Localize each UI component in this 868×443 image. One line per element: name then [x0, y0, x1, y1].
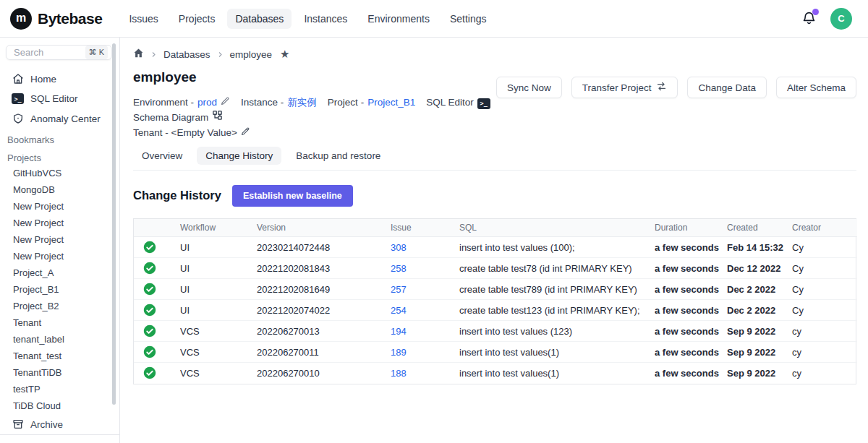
created-cell: Sep 9 2022 — [727, 321, 792, 342]
tab-bar: OverviewChange HistoryBackup and restore — [133, 147, 856, 171]
bytebase-logo[interactable]: m Bytebase — [10, 8, 102, 30]
schema-diagram-meta[interactable]: Schema Diagram — [133, 110, 223, 125]
project-item-tenant-label[interactable]: tenant_label — [0, 331, 119, 348]
instance-meta: Instance -新实例 — [241, 95, 317, 110]
tab-overview[interactable]: Overview — [133, 147, 191, 165]
tab-backup-and-restore[interactable]: Backup and restore — [287, 147, 389, 165]
schema-diagram-icon[interactable] — [212, 110, 223, 125]
schema-diagram-label: Schema Diagram — [133, 110, 208, 125]
table-header-row: WorkflowVersionIssueSQLDurationCreatedCr… — [134, 219, 857, 237]
sql-editor-meta[interactable]: SQL Editor>_ — [426, 95, 490, 110]
project-item-mongodb[interactable]: MongoDB — [0, 181, 119, 198]
status-cell — [134, 258, 180, 279]
instance-value[interactable]: 新实例 — [287, 95, 317, 110]
project-item-tenant[interactable]: Tenant — [0, 314, 119, 331]
project-item-project-b1[interactable]: Project_B1 — [0, 281, 119, 298]
issue-link[interactable]: 257 — [391, 284, 407, 295]
nav-item-projects[interactable]: Projects — [171, 9, 224, 29]
sql-cell: insert into test values (100); — [459, 237, 655, 258]
project-item-project-b2[interactable]: Project_B2 — [0, 298, 119, 314]
project-item-tenant-test[interactable]: Tenant_test — [0, 348, 119, 364]
change-history-table: WorkflowVersionIssueSQLDurationCreatedCr… — [133, 218, 856, 384]
projects-section-label: Projects — [0, 147, 119, 165]
sidebar-item-label: SQL Editor — [30, 93, 78, 104]
notification-dot — [812, 9, 819, 15]
issue-cell: 258 — [391, 258, 459, 279]
issue-link[interactable]: 308 — [391, 242, 407, 253]
project-label: Project - — [328, 95, 364, 110]
project-value[interactable]: Project_B1 — [367, 95, 415, 110]
project-item-project-a[interactable]: Project_A — [0, 264, 119, 281]
creator-cell: cy — [792, 363, 857, 384]
environment-label: Environment - — [133, 95, 194, 110]
project-item-tenanttidb[interactable]: TenantTiDB — [0, 364, 119, 381]
sidebar-item-home[interactable]: Home — [0, 69, 119, 89]
issue-link[interactable]: 188 — [391, 368, 407, 379]
pen-icon[interactable] — [221, 95, 230, 110]
nav-item-settings[interactable]: Settings — [442, 9, 495, 29]
transfer-project-button[interactable]: Transfer Project — [571, 77, 678, 98]
alter-schema-button[interactable]: Alter Schema — [776, 77, 856, 98]
success-status-icon — [143, 262, 176, 275]
bookmark-star-icon[interactable]: ★ — [280, 48, 289, 61]
sidebar-item-sql-editor[interactable]: >_SQL Editor — [0, 89, 119, 108]
environment-value[interactable]: prod — [197, 95, 217, 110]
nav-item-databases[interactable]: Databases — [227, 9, 292, 29]
project-item-tidb-cloud[interactable]: TiDB Cloud — [0, 397, 119, 414]
issue-link[interactable]: 194 — [391, 326, 407, 337]
nav-item-issues[interactable]: Issues — [121, 9, 166, 29]
search-input[interactable]: Search ⌘ K — [6, 45, 112, 60]
issue-link[interactable]: 189 — [391, 347, 407, 358]
establish-baseline-button[interactable]: Establish new baseline — [232, 185, 353, 207]
page-actions: Sync NowTransfer ProjectChange DataAlter… — [496, 77, 856, 98]
terminal-icon[interactable]: >_ — [477, 95, 490, 110]
issue-cell: 254 — [391, 300, 459, 321]
workflow-cell: UI — [180, 258, 257, 279]
version-cell: 20221202081843 — [257, 258, 391, 279]
sync-now-button[interactable]: Sync Now — [496, 77, 562, 98]
sync-now-label: Sync Now — [507, 82, 551, 93]
project-item-new-project[interactable]: New Project — [0, 198, 119, 215]
sidebar-item-archive[interactable]: Archive — [0, 414, 119, 434]
sql-cell: insert into test values (123) — [459, 321, 655, 342]
creator-cell: Cy — [792, 258, 857, 279]
column-header-workflow: Workflow — [180, 219, 257, 237]
project-item-testtp[interactable]: testTP — [0, 381, 119, 397]
project-item-githubvcs[interactable]: GitHubVCS — [0, 165, 119, 181]
breadcrumb-employee[interactable]: employee — [230, 49, 273, 60]
sidebar-item-anomaly-center[interactable]: Anomaly Center — [0, 108, 119, 129]
instance-label: Instance - — [241, 95, 284, 110]
nav-item-instances[interactable]: Instances — [296, 9, 355, 29]
table-row: UI20221202081843258create table test78 (… — [134, 258, 857, 279]
version-cell: 20221202081649 — [257, 279, 391, 300]
project-item-new-project[interactable]: New Project — [0, 231, 119, 248]
version-cell: 20221202074022 — [257, 300, 391, 321]
workflow-cell: UI — [180, 300, 257, 321]
issue-link[interactable]: 258 — [391, 263, 407, 274]
nav-item-environments[interactable]: Environments — [359, 9, 438, 29]
creator-cell: Cy — [792, 237, 857, 258]
search-placeholder: Search — [14, 47, 85, 58]
status-cell — [134, 237, 180, 258]
breadcrumb-home-icon[interactable] — [133, 48, 144, 61]
duration-cell: a few seconds — [655, 300, 727, 321]
change-data-button[interactable]: Change Data — [687, 77, 767, 98]
pencil-icon[interactable] — [241, 125, 250, 140]
sql-cell: insert into test values(1) — [459, 342, 655, 363]
archive-icon — [12, 418, 24, 430]
breadcrumb-databases[interactable]: Databases — [163, 49, 210, 60]
sql-cell: insert into test values(1) — [459, 363, 655, 384]
success-status-icon — [143, 366, 176, 379]
notifications-button[interactable] — [801, 11, 817, 27]
version-cell: 202206270011 — [257, 342, 391, 363]
duration-cell: a few seconds — [655, 258, 727, 279]
issue-link[interactable]: 254 — [391, 305, 407, 316]
project-item-new-project[interactable]: New Project — [0, 215, 119, 231]
version-cell: 202206270010 — [257, 363, 391, 384]
table-row: VCS202206270011189insert into test value… — [134, 342, 857, 363]
tab-change-history[interactable]: Change History — [197, 147, 281, 165]
sidebar-scrollbar[interactable] — [112, 43, 116, 405]
workflow-cell: VCS — [180, 363, 257, 384]
project-item-new-project[interactable]: New Project — [0, 248, 119, 264]
avatar[interactable]: C — [830, 8, 852, 30]
